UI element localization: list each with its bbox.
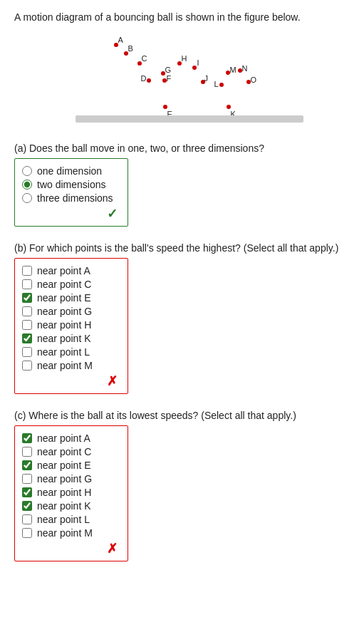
label-three-dimensions: three dimensions <box>37 192 113 204</box>
label-M: M <box>230 66 236 74</box>
label-one-dimension: one dimension <box>37 165 102 177</box>
label-b-K: near point K <box>37 333 91 344</box>
incorrect-cross-c: ✗ <box>22 541 120 556</box>
label-c-G: near point G <box>37 473 92 485</box>
checkbox-c-G[interactable] <box>22 474 32 484</box>
option-b-M[interactable]: near point M <box>22 360 120 371</box>
label-c-M: near point M <box>37 527 93 539</box>
question-b-box: near point A near point C near point E n… <box>14 258 128 394</box>
option-three-dimensions[interactable]: three dimensions <box>22 192 120 204</box>
option-c-M[interactable]: near point M <box>22 527 120 539</box>
checkbox-c-K[interactable] <box>22 501 32 511</box>
checkbox-b-L[interactable] <box>22 347 32 357</box>
label-O: O <box>251 76 257 84</box>
dot-I <box>192 66 197 70</box>
option-b-G[interactable]: near point G <box>22 306 120 317</box>
question-c: (c) Where is the ball at its lowest spee… <box>14 410 350 561</box>
label-N: N <box>242 64 248 73</box>
label-H: H <box>182 54 187 63</box>
option-one-dimension[interactable]: one dimension <box>22 165 120 177</box>
label-J: J <box>204 74 209 83</box>
label-b-L: near point L <box>37 346 90 358</box>
checkbox-b-G[interactable] <box>22 306 32 316</box>
option-b-E[interactable]: near point E <box>22 292 120 304</box>
label-b-C: near point C <box>37 279 91 290</box>
checkbox-c-H[interactable] <box>22 487 32 497</box>
option-c-L[interactable]: near point L <box>22 514 120 525</box>
label-c-A: near point A <box>37 433 90 444</box>
ground-surface <box>76 115 303 123</box>
checkbox-b-H[interactable] <box>22 320 32 330</box>
option-c-G[interactable]: near point G <box>22 473 120 485</box>
option-b-C[interactable]: near point C <box>22 279 120 290</box>
question-b-label: (b) For which points is the ball's speed… <box>14 242 350 254</box>
label-b-A: near point A <box>37 265 90 276</box>
dot-L <box>219 83 224 87</box>
label-b-H: near point H <box>37 319 91 331</box>
question-c-label: (c) Where is the ball at its lowest spee… <box>14 410 350 421</box>
incorrect-cross-b: ✗ <box>22 373 120 389</box>
option-b-K[interactable]: near point K <box>22 333 120 344</box>
dot-K <box>227 105 231 109</box>
label-G: G <box>165 66 172 74</box>
option-b-L[interactable]: near point L <box>22 346 120 358</box>
motion-diagram: A B C G H I D F J M N L O E K <box>61 30 303 130</box>
label-c-E: near point E <box>37 460 91 471</box>
radio-one-dimension[interactable] <box>22 166 32 176</box>
dot-E <box>163 105 167 109</box>
radio-two-dimensions[interactable] <box>22 180 32 190</box>
label-two-dimensions: two dimensions <box>37 179 106 190</box>
checkbox-b-M[interactable] <box>22 361 32 371</box>
option-c-C[interactable]: near point C <box>22 446 120 457</box>
label-b-M: near point M <box>37 360 93 371</box>
label-D: D <box>141 74 147 83</box>
question-c-box: near point A near point C near point E n… <box>14 425 128 561</box>
label-b-G: near point G <box>37 306 92 317</box>
label-c-K: near point K <box>37 500 91 512</box>
intro-text: A motion diagram of a bouncing ball is s… <box>14 11 350 23</box>
label-c-H: near point H <box>37 487 91 498</box>
checkbox-c-M[interactable] <box>22 528 32 538</box>
radio-three-dimensions[interactable] <box>22 193 32 203</box>
checkbox-b-C[interactable] <box>22 279 32 289</box>
label-B: B <box>128 44 133 53</box>
question-a-label: (a) Does the ball move in one, two, or t… <box>14 143 350 154</box>
checkbox-c-A[interactable] <box>22 433 32 443</box>
label-A: A <box>118 36 123 44</box>
option-c-A[interactable]: near point A <box>22 433 120 444</box>
label-b-E: near point E <box>37 292 91 304</box>
question-a-box: one dimension two dimensions three dimen… <box>14 158 128 227</box>
option-b-H[interactable]: near point H <box>22 319 120 331</box>
checkbox-c-C[interactable] <box>22 447 32 457</box>
label-c-L: near point L <box>37 514 90 525</box>
question-a: (a) Does the ball move in one, two, or t… <box>14 143 350 227</box>
label-I: I <box>197 58 199 67</box>
label-C: C <box>142 54 147 63</box>
option-two-dimensions[interactable]: two dimensions <box>22 179 120 190</box>
checkbox-b-E[interactable] <box>22 293 32 303</box>
checkbox-b-A[interactable] <box>22 266 32 276</box>
checkbox-c-L[interactable] <box>22 514 32 524</box>
option-b-A[interactable]: near point A <box>22 265 120 276</box>
option-c-E[interactable]: near point E <box>22 460 120 471</box>
correct-checkmark-a: ✓ <box>22 206 120 222</box>
dot-D <box>147 78 151 83</box>
checkbox-b-K[interactable] <box>22 333 32 343</box>
label-F: F <box>167 74 172 83</box>
checkbox-c-E[interactable] <box>22 460 32 470</box>
label-L: L <box>214 80 219 88</box>
question-b: (b) For which points is the ball's speed… <box>14 242 350 394</box>
label-c-C: near point C <box>37 446 91 457</box>
option-c-H[interactable]: near point H <box>22 487 120 498</box>
option-c-K[interactable]: near point K <box>22 500 120 512</box>
